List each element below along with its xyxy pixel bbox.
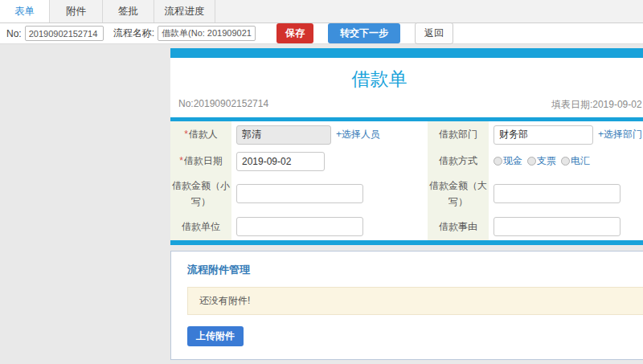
department-label: 借款部门 — [428, 121, 489, 148]
panel-top-accent-bar — [170, 48, 643, 58]
form-row: 借款金额（小写） 借款金额（大写） — [170, 174, 643, 214]
loan-reason-label: 借款事由 — [428, 214, 489, 240]
radio-cash[interactable]: 现金 — [494, 154, 522, 168]
loan-date-input[interactable] — [236, 152, 325, 171]
forward-next-step-button[interactable]: 转交下一步 — [328, 23, 400, 43]
amount-uppercase-label: 借款金额（大写） — [428, 174, 489, 214]
select-person-link[interactable]: +选择人员 — [336, 128, 380, 141]
no-label: No: — [6, 28, 22, 39]
borrower-label: *借款人 — [170, 121, 231, 148]
amount-lowercase-label: 借款金额（小写） — [170, 174, 231, 214]
form-row: *借款人 +选择人员 借款部门 +选择部门 — [170, 121, 643, 148]
tab-progress[interactable]: 流程进度 — [154, 0, 215, 22]
save-button[interactable]: 保存 — [276, 23, 313, 43]
required-mark: * — [184, 129, 188, 140]
radio-icon[interactable] — [494, 157, 502, 166]
radio-icon[interactable] — [527, 157, 536, 166]
loan-reason-input[interactable] — [494, 217, 620, 236]
loan-unit-label: 借款单位 — [170, 214, 231, 240]
radio-cheque[interactable]: 支票 — [527, 154, 556, 168]
tab-attachments[interactable]: 附件 — [50, 0, 103, 22]
amount-lowercase-input[interactable] — [236, 184, 363, 203]
command-bar: No: 流程名称: 保存 转交下一步 返回 — [0, 23, 643, 44]
radio-wire-transfer[interactable]: 电汇 — [561, 154, 590, 168]
borrower-input[interactable] — [236, 125, 331, 145]
page-title: 借款单 — [170, 58, 643, 96]
attachment-section-title: 流程附件管理 — [171, 252, 643, 287]
loan-unit-input[interactable] — [236, 217, 363, 236]
tab-bar: 表单 附件 签批 流程进度 — [0, 0, 643, 23]
loan-form-panel: 借款单 No:20190902152714 填表日期:2019-09-02 15… — [170, 48, 643, 245]
no-input[interactable] — [25, 26, 104, 41]
radio-icon[interactable] — [561, 157, 570, 166]
upload-attachment-button[interactable]: 上传附件 — [187, 326, 244, 346]
select-department-link[interactable]: +选择部门 — [598, 128, 642, 141]
doc-meta-row: No:20190902152714 填表日期:2019-09-02 15:27:… — [170, 96, 643, 117]
tab-form[interactable]: 表单 — [0, 0, 50, 22]
no-attachment-message: 还没有附件! — [187, 287, 643, 315]
loan-method-radio-group: 现金 支票 电汇 — [494, 154, 592, 168]
loan-date-label: *借款日期 — [170, 148, 231, 174]
department-input[interactable] — [494, 125, 593, 145]
form-row: *借款日期 借款方式 现金 支票 — [170, 148, 643, 174]
divider-bar — [170, 240, 643, 245]
tab-approvals[interactable]: 签批 — [103, 0, 154, 22]
flow-name-label: 流程名称: — [113, 27, 154, 40]
form-row: 借款单位 借款事由 — [170, 214, 643, 240]
back-button[interactable]: 返回 — [415, 22, 453, 44]
content-area: 借款单 No:20190902152714 填表日期:2019-09-02 15… — [0, 44, 643, 364]
fill-date: 填表日期:2019-09-02 15:27:1 — [551, 98, 643, 112]
loan-method-label: 借款方式 — [428, 148, 489, 174]
attachment-panel: 流程附件管理 还没有附件! 上传附件 — [170, 251, 643, 360]
required-mark: * — [179, 155, 183, 166]
doc-number: No:20190902152714 — [178, 98, 268, 112]
flow-name-input[interactable] — [158, 26, 256, 41]
amount-uppercase-input[interactable] — [494, 184, 620, 203]
